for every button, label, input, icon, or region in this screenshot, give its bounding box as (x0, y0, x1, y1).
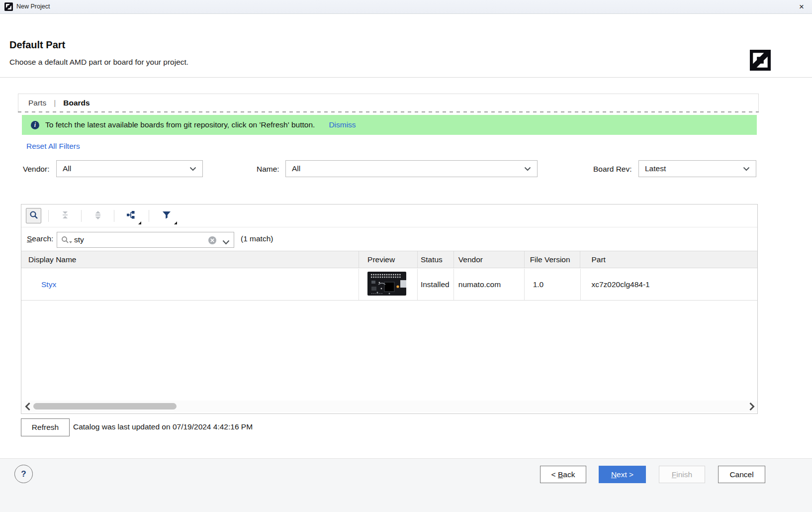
dismiss-link[interactable]: Dismiss (329, 120, 356, 129)
scroll-right-icon[interactable] (748, 402, 755, 413)
expand-all-icon (93, 210, 102, 221)
cell-part: xc7z020clg484-1 (581, 269, 758, 300)
clear-search-icon[interactable] (208, 236, 217, 247)
filter-button[interactable] (159, 208, 174, 223)
toolbar-separator (149, 210, 149, 222)
board-link-styx[interactable]: Styx (41, 280, 56, 289)
cell-preview (359, 269, 418, 300)
collapse-all-icon (61, 210, 70, 221)
search-input[interactable] (74, 232, 208, 247)
menu-caret (138, 221, 141, 224)
board-rev-label: Board Rev: (593, 165, 632, 174)
search-box (57, 232, 234, 248)
search-magnifier-icon (61, 236, 69, 246)
search-icon (29, 210, 38, 221)
page-subtitle: Choose a default AMD part or board for y… (9, 58, 188, 67)
page-title: Default Part (9, 39, 65, 51)
toolbar-separator (81, 210, 82, 222)
boards-table-panel: Search: (1 match) Display Name Preview S… (21, 204, 758, 414)
cell-status: Installed (418, 269, 454, 300)
finish-button: Finish (659, 466, 705, 483)
search-row: Search: (1 match) (21, 228, 757, 251)
info-banner: i To fetch the latest available boards f… (22, 115, 757, 135)
collapse-all-button[interactable] (57, 208, 73, 223)
board-preview-image (367, 272, 406, 298)
tabs-dashed-divider (18, 111, 759, 112)
cell-vendor: numato.com (454, 269, 525, 300)
toolbar-separator (114, 210, 114, 222)
vendor-label: Vendor: (23, 165, 49, 174)
refresh-button[interactable]: Refresh (21, 418, 70, 436)
name-value: All (292, 164, 524, 173)
chevron-down-icon (743, 164, 750, 173)
table-row[interactable]: Styx Installed numato.com 1.0 xc7z02 (21, 269, 757, 301)
back-button[interactable]: < Back (540, 466, 586, 483)
tab-boards[interactable]: Boards (63, 99, 90, 107)
help-button[interactable]: ? (14, 465, 33, 483)
tab-separator: | (54, 99, 56, 107)
toolbar-separator (48, 210, 49, 222)
group-columns-button[interactable] (123, 208, 138, 223)
column-header-vendor[interactable]: Vendor (454, 251, 525, 268)
name-select[interactable]: All (285, 160, 538, 177)
column-header-file-version[interactable]: File Version (525, 251, 581, 268)
wizard-footer: ? < Back Next > Finish Cancel (0, 458, 812, 512)
board-rev-select[interactable]: Latest (638, 160, 756, 177)
search-scope-caret-icon (69, 241, 72, 243)
banner-message: To fetch the latest available boards fro… (45, 120, 315, 129)
amd-window-icon (4, 2, 13, 11)
close-icon[interactable]: × (796, 1, 807, 12)
cell-file-version: 1.0 (525, 269, 581, 300)
tab-parts[interactable]: Parts (28, 99, 46, 107)
name-label: Name: (257, 165, 279, 174)
expand-all-button[interactable] (90, 208, 105, 223)
chevron-down-icon (189, 164, 196, 173)
match-count: (1 match) (241, 234, 273, 243)
horizontal-scrollbar (21, 401, 757, 412)
menu-caret (174, 221, 177, 224)
table-header-row: Display Name Preview Status Vendor File … (21, 251, 757, 268)
window-titlebar: New Project × (0, 0, 812, 14)
vendor-value: All (63, 164, 189, 173)
scroll-left-icon[interactable] (24, 402, 31, 413)
search-history-chevron-icon[interactable] (222, 238, 230, 247)
chevron-down-icon (524, 164, 531, 173)
search-label: Search: (27, 234, 53, 243)
amd-logo-icon (750, 49, 771, 71)
table-toolbar (21, 205, 757, 227)
group-columns-icon (126, 210, 135, 221)
column-header-preview[interactable]: Preview (359, 251, 418, 268)
info-icon: i (31, 121, 39, 129)
reset-all-filters-link[interactable]: Reset All Filters (26, 142, 80, 151)
window-title: New Project (16, 0, 50, 13)
filter-icon (162, 211, 171, 221)
column-header-display-name[interactable]: Display Name (21, 251, 359, 268)
board-rev-value: Latest (645, 164, 743, 173)
catalog-status-text: Catalog was last updated on 07/19/2024 4… (73, 422, 253, 431)
vendor-select[interactable]: All (56, 160, 203, 177)
next-button[interactable]: Next > (599, 466, 646, 483)
search-tool-button[interactable] (26, 208, 41, 223)
parts-boards-tabs: Parts | Boards (18, 94, 759, 111)
cell-display-name: Styx (21, 269, 359, 300)
scrollbar-thumb[interactable] (33, 403, 177, 410)
cancel-button[interactable]: Cancel (718, 466, 765, 483)
column-header-part[interactable]: Part (580, 251, 757, 268)
column-header-status[interactable]: Status (418, 251, 454, 268)
wizard-header: Default Part Choose a default AMD part o… (0, 14, 812, 78)
